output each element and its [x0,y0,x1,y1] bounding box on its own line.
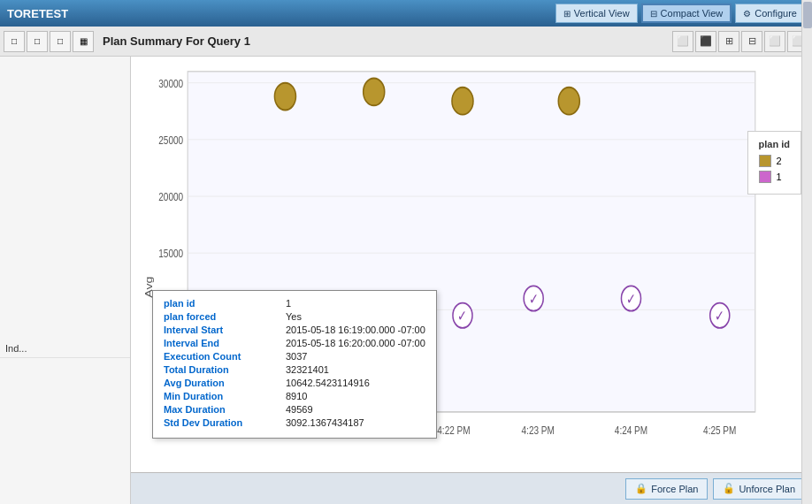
legend-label-2: 2 [777,156,782,166]
tooltip-val-plan-forced: Yes [286,311,302,322]
toolbar-icon-btn-5[interactable]: ⬜ [764,31,785,52]
toolbar-btn-2[interactable]: □ [27,31,48,52]
toolbar-icon-btn-1[interactable]: ⬜ [672,31,693,52]
tooltip-val-interval-start: 2015-05-18 16:19:00.000 -07:00 [286,325,425,335]
tooltip-row-plan-forced: plan forced Yes [164,311,425,322]
tooltip-val-min-duration: 8910 [286,391,307,401]
bottom-bar: 🔒 Force Plan 🔓 Unforce Plan [131,472,812,504]
svg-text:25000: 25000 [158,134,183,146]
legend-item-1: 1 [759,171,790,183]
tooltip-key-total-duration: Total Duration [164,364,279,375]
data-tooltip: plan id 1 plan forced Yes Interval Start… [152,290,437,439]
main-layout: Ind... Avg 30000 25000 20000 [0,57,812,504]
vertical-view-button[interactable]: ⊞ Vertical View [555,4,638,23]
toolbar-icon-btn-4[interactable]: ⊟ [741,31,762,52]
page-title: Plan Summary For Query 1 [103,34,670,48]
svg-text:4:23 PM: 4:23 PM [522,424,555,436]
toolbar-icon-btn-3[interactable]: ⊞ [718,31,739,52]
tooltip-row-interval-start: Interval Start 2015-05-18 16:19:00.000 -… [164,325,425,335]
configure-button[interactable]: ⚙ Configure [735,4,805,23]
compact-view-button[interactable]: ⊟ Compact View [641,4,732,23]
toolbar-btn-3[interactable]: □ [50,31,71,52]
svg-text:15000: 15000 [158,248,183,259]
left-sidebar: Ind... [0,57,131,504]
legend-swatch-2 [759,155,771,167]
svg-text:30000: 30000 [158,78,183,89]
svg-point-15 [452,88,473,115]
tooltip-key-exec-count: Execution Count [164,351,279,362]
legend-label-1: 1 [777,172,782,182]
tooltip-key-interval-end: Interval End [164,338,279,348]
tooltip-row-interval-end: Interval End 2015-05-18 16:20:00.000 -07… [164,338,425,348]
tooltip-key-max-duration: Max Duration [164,404,279,415]
svg-text:✓: ✓ [529,290,539,307]
tooltip-val-max-duration: 49569 [286,404,313,415]
scrollbar-vertical[interactable] [801,0,812,504]
title-bar: TORETEST ⊞ Vertical View ⊟ Compact View … [0,0,812,27]
chart-legend: plan id 2 1 [747,131,801,195]
sidebar-content: Ind... [0,57,130,504]
tooltip-key-std-dev: Std Dev Duration [164,417,279,428]
unforce-plan-icon: 🔓 [723,483,735,494]
tooltip-row-min-duration: Min Duration 8910 [164,391,425,401]
tooltip-val-plan-id: 1 [286,298,291,309]
svg-point-13 [274,83,295,111]
tooltip-row-avg-duration: Avg Duration 10642.5423114916 [164,378,425,388]
chart-container: Avg 30000 25000 20000 15000 10000 [134,60,808,469]
unforce-plan-label: Unforce Plan [739,484,795,494]
tooltip-key-plan-forced: plan forced [164,311,279,322]
tooltip-key-avg-duration: Avg Duration [164,378,279,388]
force-plan-icon: 🔒 [635,483,647,494]
svg-text:4:24 PM: 4:24 PM [615,424,647,436]
unforce-plan-button[interactable]: 🔓 Unforce Plan [713,478,805,500]
configure-icon: ⚙ [743,9,751,19]
tooltip-row-total-duration: Total Duration 32321401 [164,364,425,375]
tooltip-val-interval-end: 2015-05-18 16:20:00.000 -07:00 [286,338,425,348]
toolbar-btn-1[interactable]: □ [4,31,25,52]
vertical-view-icon: ⊞ [563,9,571,19]
svg-text:20000: 20000 [158,191,183,202]
chart-area: Avg 30000 25000 20000 15000 10000 [131,57,812,472]
tooltip-val-exec-count: 3037 [286,351,307,362]
right-area: Avg 30000 25000 20000 15000 10000 [131,57,812,504]
svg-text:4:25 PM: 4:25 PM [703,424,736,436]
toolbar-icon-btn-2[interactable]: ⬛ [695,31,716,52]
svg-text:✓: ✓ [457,308,467,325]
tooltip-row-exec-count: Execution Count 3037 [164,351,425,362]
svg-point-16 [558,88,579,115]
app-title: TORETEST [7,7,68,20]
svg-text:4:22 PM: 4:22 PM [437,424,470,436]
toolbar-btn-chart[interactable]: ▦ [73,31,94,52]
tooltip-row-max-duration: Max Duration 49569 [164,404,425,415]
tooltip-key-plan-id: plan id [164,298,279,309]
compact-view-icon: ⊟ [650,9,657,19]
tooltip-val-avg-duration: 10642.5423114916 [286,378,370,388]
legend-item-2: 2 [759,155,790,167]
tooltip-key-interval-start: Interval Start [164,325,279,335]
tooltip-row-plan-id: plan id 1 [164,298,425,309]
legend-title: plan id [759,139,790,149]
view-buttons: ⊞ Vertical View ⊟ Compact View ⚙ Configu… [555,4,805,23]
svg-text:✓: ✓ [715,308,724,325]
toolbar: □ □ □ ▦ Plan Summary For Query 1 ⬜ ⬛ ⊞ ⊟… [0,27,812,57]
force-plan-label: Force Plan [651,484,698,494]
svg-point-14 [364,79,385,106]
svg-text:✓: ✓ [626,290,636,307]
sidebar-label: Ind... [0,340,130,358]
scroll-thumb[interactable] [803,2,812,28]
force-plan-button[interactable]: 🔒 Force Plan [625,478,708,500]
toolbar-right-buttons: ⬜ ⬛ ⊞ ⊟ ⬜ ⬜ [672,31,808,52]
tooltip-val-std-dev: 3092.1367434187 [286,417,364,428]
legend-swatch-1 [759,171,771,183]
tooltip-val-total-duration: 32321401 [286,364,329,375]
tooltip-row-std-dev: Std Dev Duration 3092.1367434187 [164,417,425,428]
tooltip-key-min-duration: Min Duration [164,391,279,401]
